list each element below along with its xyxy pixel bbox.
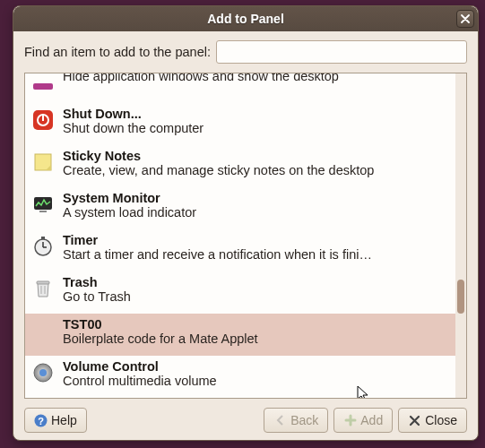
item-desc: Control multimedia volume (63, 374, 448, 388)
item-desc: Shut down the computer (63, 121, 448, 135)
back-label: Back (290, 413, 318, 427)
svg-rect-6 (39, 211, 47, 212)
applet-list: Hide application windows and show the de… (24, 73, 467, 399)
help-icon: ? (34, 414, 48, 427)
svg-rect-3 (42, 114, 44, 121)
dialog-window: Add to Panel Find an item to add to the … (13, 5, 479, 441)
svg-rect-8 (41, 237, 45, 239)
list-item[interactable]: System Monitor A system load indicator (25, 187, 455, 229)
close-label: Close (425, 413, 457, 427)
search-input[interactable] (216, 40, 467, 64)
svg-text:?: ? (38, 415, 44, 426)
list-item[interactable]: Timer Start a timer and receive a notifi… (25, 229, 455, 271)
show-desktop-icon (32, 76, 54, 98)
add-button: Add (333, 408, 393, 433)
item-title: Shut Down... (63, 107, 448, 121)
add-icon (343, 414, 357, 427)
item-desc: Boilerplate code for a Mate Applet (63, 332, 448, 346)
item-title: Sticky Notes (63, 149, 448, 163)
sticky-notes-icon (32, 151, 54, 173)
back-button: Back (264, 408, 328, 433)
item-title: Volume Control (63, 359, 448, 374)
button-row: ? Help Back Add (24, 404, 467, 433)
volume-icon (32, 362, 54, 383)
svg-point-15 (39, 369, 47, 376)
system-monitor-icon (32, 194, 54, 215)
scrollbar-thumb[interactable] (457, 280, 464, 314)
item-desc: Hide application windows and show the de… (63, 73, 448, 83)
timer-icon (32, 236, 54, 257)
list-item[interactable]: Shut Down... Shut down the computer (25, 103, 455, 145)
dialog-content: Find an item to add to the panel: Hide a… (13, 31, 478, 440)
list-item[interactable]: Hide application windows and show the de… (25, 73, 455, 103)
list-item[interactable]: Trash Go to Trash (25, 271, 455, 314)
item-desc: Create, view, and manage sticky notes on… (63, 163, 448, 177)
list-item-selected[interactable]: TST00 Boilerplate code for a Mate Applet (25, 314, 455, 356)
add-label: Add (360, 413, 383, 427)
close-button[interactable]: Close (398, 408, 467, 433)
item-title: Trash (63, 275, 448, 289)
scrollbar[interactable] (455, 73, 466, 398)
item-desc: Go to Trash (63, 289, 448, 304)
help-button[interactable]: ? Help (24, 408, 87, 433)
search-row: Find an item to add to the panel: (24, 40, 467, 64)
list-item[interactable]: Volume Control Control multimedia volume (25, 356, 455, 398)
svg-rect-11 (37, 281, 49, 284)
svg-rect-5 (34, 197, 52, 210)
window-close-button[interactable] (456, 10, 474, 28)
item-desc: A system load indicator (63, 205, 448, 220)
search-label: Find an item to add to the panel: (24, 45, 211, 59)
titlebar[interactable]: Add to Panel (13, 6, 478, 31)
shutdown-icon (32, 109, 54, 131)
window-title: Add to Panel (207, 12, 284, 26)
close-icon (408, 414, 421, 427)
trash-icon (32, 278, 54, 299)
back-icon (273, 414, 287, 427)
item-desc: Start a timer and receive a notification… (63, 247, 448, 262)
item-title: TST00 (63, 317, 448, 332)
help-label: Help (51, 413, 77, 427)
generic-icon (32, 320, 54, 341)
close-icon (461, 12, 470, 26)
svg-rect-0 (33, 83, 53, 90)
item-title: System Monitor (63, 191, 448, 205)
list-item[interactable]: Sticky Notes Create, view, and manage st… (25, 145, 455, 187)
item-title: Timer (63, 233, 448, 247)
